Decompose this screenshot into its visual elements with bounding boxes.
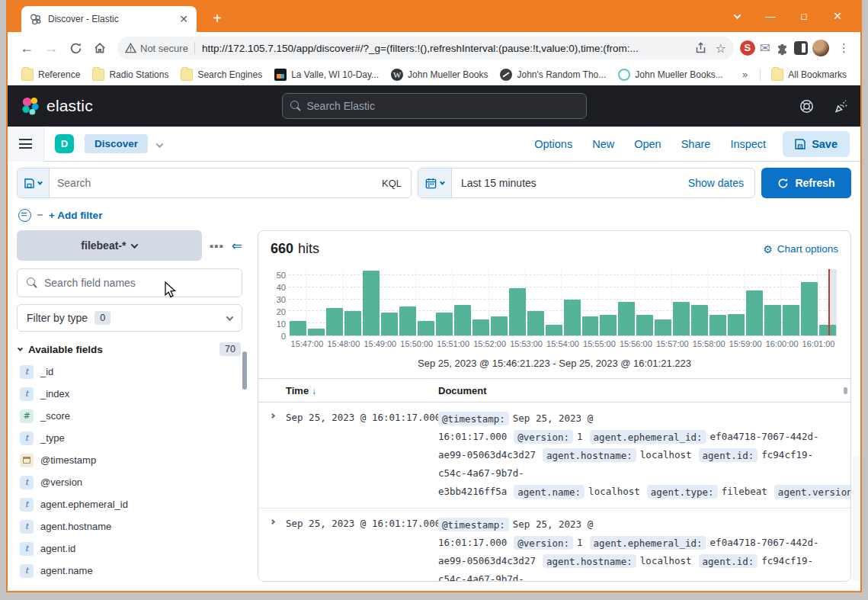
column-header-document[interactable]: Document <box>438 385 840 396</box>
bookmark-item[interactable]: Search Engines <box>176 67 267 82</box>
histogram-bar[interactable] <box>509 288 526 335</box>
saved-query-menu-button[interactable] <box>18 168 50 197</box>
tab-close-icon[interactable]: ✕ <box>177 12 191 26</box>
chart-plot-area[interactable] <box>289 269 837 336</box>
histogram-bar[interactable] <box>564 300 581 335</box>
histogram-bar[interactable] <box>801 282 818 335</box>
date-quick-menu-button[interactable] <box>418 168 452 197</box>
field-list-item[interactable]: t_id <box>17 361 242 383</box>
histogram-bar[interactable] <box>582 316 599 335</box>
extension-sidepanel-icon[interactable] <box>794 41 808 55</box>
column-header-time[interactable]: Time↓ <box>286 385 438 396</box>
share-icon[interactable] <box>694 42 707 54</box>
forward-icon[interactable]: → <box>40 37 62 59</box>
refresh-button[interactable]: Refresh <box>761 168 851 198</box>
reload-icon[interactable] <box>64 37 87 59</box>
field-list-item[interactable]: tagent.ephemeral_id <box>17 493 242 515</box>
collapse-sidebar-icon[interactable]: ⇐ <box>232 238 242 253</box>
menu-item-open[interactable]: Open <box>634 138 661 150</box>
profile-avatar[interactable] <box>812 40 829 56</box>
help-icon[interactable] <box>799 99 814 114</box>
chrome-menu-icon[interactable]: ⋮ <box>834 41 853 55</box>
extension-mail-icon[interactable]: ✉ <box>760 40 770 56</box>
histogram-bar[interactable] <box>636 315 653 335</box>
menu-item-new[interactable]: New <box>592 138 614 150</box>
histogram-bar[interactable] <box>418 321 434 335</box>
table-scrollbar[interactable] <box>844 387 847 394</box>
field-list-item[interactable]: t_type <box>17 427 242 449</box>
field-options-icon[interactable]: ▪▪▪ <box>210 239 224 252</box>
query-language-button[interactable]: KQL <box>373 168 411 197</box>
field-list-item[interactable]: tagent.id <box>17 537 242 560</box>
histogram-bar[interactable] <box>709 315 726 335</box>
time-range-value[interactable]: Last 15 minutes <box>452 168 677 197</box>
histogram-bar[interactable] <box>618 302 635 335</box>
extension-s-icon[interactable] <box>740 40 755 56</box>
show-dates-button[interactable]: Show dates <box>677 168 754 197</box>
field-list-item[interactable]: @timestamp <box>17 449 242 471</box>
maximize-button[interactable]: ◻ <box>787 5 821 27</box>
bookmark-item[interactable]: John Mueller Books <box>386 67 492 82</box>
histogram-bar[interactable] <box>399 306 416 335</box>
bookmark-item[interactable]: John Mueller Books... <box>613 67 727 82</box>
all-bookmarks-button[interactable]: All Bookmarks <box>767 67 851 82</box>
histogram-bar[interactable] <box>691 305 708 335</box>
elastic-logo[interactable]: elastic <box>20 96 93 117</box>
histogram-bar[interactable] <box>764 305 781 335</box>
home-icon[interactable] <box>88 37 111 59</box>
histogram-bar[interactable] <box>728 314 745 335</box>
new-tab-button[interactable]: + <box>207 9 227 29</box>
save-button[interactable]: Save <box>783 131 850 157</box>
chart-options-button[interactable]: ⚙ Chart options <box>763 243 838 255</box>
field-list-item[interactable]: tagent.name <box>17 560 242 582</box>
menu-item-share[interactable]: Share <box>681 138 711 150</box>
browser-tab[interactable]: Discover - Elastic ✕ <box>21 6 197 32</box>
add-filter-button[interactable]: + Add filter <box>49 210 102 221</box>
histogram-bar[interactable] <box>655 319 671 335</box>
histogram-bar[interactable] <box>600 315 617 335</box>
histogram-bar[interactable] <box>527 311 544 335</box>
bookmark-item[interactable]: La Valle, WI 10-Day... <box>270 67 383 82</box>
field-list-item[interactable]: t@version <box>17 471 242 493</box>
news-party-icon[interactable] <box>834 99 848 114</box>
histogram-bar[interactable] <box>326 308 343 335</box>
main-menu-button[interactable] <box>8 127 44 162</box>
query-search-input[interactable]: Search <box>50 168 373 197</box>
histogram-bar[interactable] <box>290 321 306 335</box>
breadcrumb[interactable]: Discover <box>85 134 148 153</box>
menu-item-options[interactable]: Options <box>534 138 572 150</box>
histogram-bar[interactable] <box>783 305 799 335</box>
bookmark-item[interactable]: John's Random Tho... <box>495 67 610 82</box>
chevron-down-icon[interactable] <box>157 137 162 151</box>
bookmark-item[interactable]: Reference <box>17 67 85 82</box>
histogram-bar[interactable] <box>436 313 453 335</box>
field-list-item[interactable]: tagent.hostname <box>17 515 242 537</box>
expand-row-icon[interactable] <box>258 515 286 581</box>
histogram-bar[interactable] <box>472 319 489 335</box>
sidebar-scrollbar[interactable] <box>242 351 247 390</box>
tab-search-icon[interactable] <box>720 5 754 27</box>
histogram-bar[interactable] <box>746 290 763 335</box>
global-search-input[interactable]: Search Elastic <box>282 93 587 119</box>
expand-row-icon[interactable] <box>258 409 286 501</box>
histogram-bar[interactable] <box>546 325 562 335</box>
histogram-bar[interactable] <box>454 305 471 335</box>
filter-icon[interactable] <box>18 209 31 222</box>
histogram-bar[interactable] <box>344 311 361 335</box>
field-search-input[interactable]: Search field names <box>17 268 242 297</box>
bookmark-star-icon[interactable]: ☆ <box>715 41 725 56</box>
histogram-bar[interactable] <box>673 302 690 335</box>
back-icon[interactable]: ← <box>15 37 38 59</box>
bookmark-item[interactable]: Radio Stations <box>88 67 173 82</box>
minimize-button[interactable]: — <box>754 5 787 27</box>
extensions-puzzle-icon[interactable] <box>775 41 790 56</box>
sort-descending-icon[interactable]: ↓ <box>312 386 316 396</box>
histogram-bar[interactable] <box>363 271 380 335</box>
bookmarks-overflow-icon[interactable]: » <box>736 69 754 80</box>
field-list-item[interactable]: t_index <box>17 383 242 405</box>
menu-item-inspect[interactable]: Inspect <box>730 138 766 150</box>
address-bar[interactable]: Not secure http://172.105.7.150/app/disc… <box>117 37 734 59</box>
histogram-bar[interactable] <box>491 316 508 335</box>
histogram-bar[interactable] <box>381 313 398 335</box>
available-fields-header[interactable]: Available fields 70 <box>17 341 242 361</box>
